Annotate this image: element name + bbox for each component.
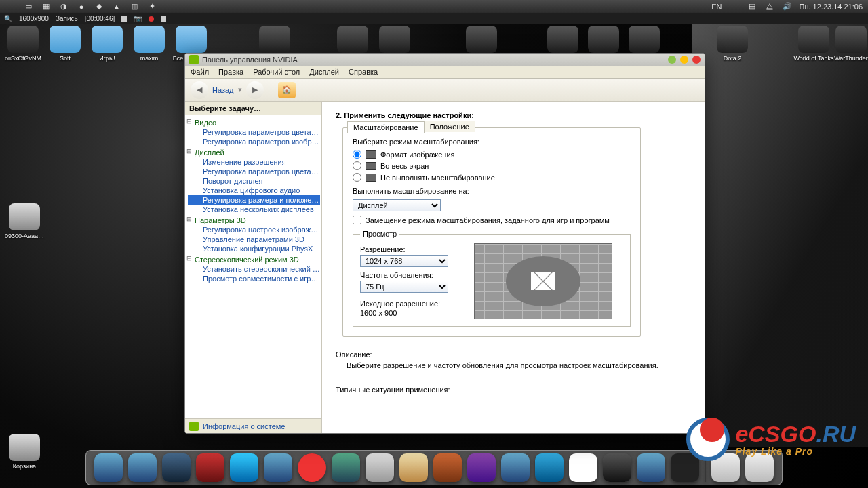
menu-item[interactable]: Правка xyxy=(218,66,243,78)
app-icon[interactable]: ● xyxy=(76,1,87,12)
dock-item[interactable] xyxy=(535,453,564,482)
toolbar: ◀ Назад ▾ ▶ 🏠 xyxy=(185,79,705,102)
close-button[interactable] xyxy=(692,56,701,64)
dock-item[interactable] xyxy=(603,453,631,482)
finder-icon[interactable]: ▭ xyxy=(23,1,34,12)
tree-item[interactable]: Регулировка параметров цвета рабоче… xyxy=(188,167,320,176)
dock-item[interactable] xyxy=(467,453,496,482)
tree-item[interactable]: Установить стереоскопический режим 3… xyxy=(188,264,320,274)
scaling-radio[interactable] xyxy=(353,173,361,182)
settings-panel: 2. Применить следующие настройки: Масшта… xyxy=(322,102,705,433)
desktop-icon[interactable]: maxim xyxy=(129,26,170,62)
tree-item[interactable]: Поворот дисплея xyxy=(188,176,320,186)
refresh-select[interactable]: 75 Гц xyxy=(360,281,448,293)
menu-item[interactable]: Файл xyxy=(191,66,209,78)
plus-icon[interactable]: + xyxy=(729,1,740,12)
window-title: Панель управления NVIDIA xyxy=(202,56,298,64)
dock-item[interactable] xyxy=(569,453,597,482)
desktop-icon[interactable]: Корзина xyxy=(4,434,45,470)
flag-icon[interactable]: ▤ xyxy=(747,1,757,12)
scaling-option-label: Во весь экран xyxy=(380,162,429,170)
back-label: Назад xyxy=(212,86,234,94)
scaling-radio[interactable] xyxy=(353,150,361,159)
lang-indicator[interactable]: EN xyxy=(711,3,722,11)
dock-item[interactable] xyxy=(264,453,292,482)
desktop-icon[interactable]: oiiSxCfGvNM xyxy=(3,26,43,62)
tree-item[interactable]: Регулировка размера и положения рабо… xyxy=(188,195,320,205)
tab[interactable]: Положение xyxy=(424,121,475,132)
camera-icon[interactable]: 📷 xyxy=(134,15,142,22)
tree-item[interactable]: Изменение разрешения xyxy=(188,157,320,167)
dock-item[interactable] xyxy=(94,453,123,482)
tree-item[interactable]: Установка цифрового аудио xyxy=(188,186,320,195)
app-icon[interactable]: ▥ xyxy=(129,1,140,12)
app-icon[interactable]: ▦ xyxy=(41,1,52,12)
dock-item[interactable] xyxy=(501,453,530,482)
minimize-button[interactable] xyxy=(668,56,676,64)
dock-item[interactable] xyxy=(433,453,462,482)
dock-item[interactable] xyxy=(637,453,665,482)
menu-item[interactable]: Рабочий стол xyxy=(253,66,300,78)
desktop-icon[interactable]: 09300-Aaaa… xyxy=(4,203,45,239)
clock[interactable]: Пн. 12.23.14 21:06 xyxy=(800,3,863,11)
tree-item[interactable]: Установка нескольких дисплеев xyxy=(188,205,320,214)
dock-item[interactable] xyxy=(230,453,258,482)
rec-time: [00:00:46] xyxy=(85,15,115,22)
volume-icon[interactable]: 🔊 xyxy=(782,1,793,12)
preview-pattern xyxy=(474,243,612,319)
desktop-icon[interactable]: WarThunder xyxy=(831,26,868,62)
native-value: 1600 x 900 xyxy=(360,309,462,317)
home-button[interactable]: 🏠 xyxy=(278,82,296,98)
app-icon[interactable]: ◆ xyxy=(94,1,104,12)
scaling-option-label: Не выполнять масштабирование xyxy=(380,174,495,182)
dock-item[interactable] xyxy=(162,453,191,482)
dock-item[interactable] xyxy=(196,453,224,482)
desktop-icon[interactable]: Soft xyxy=(45,26,85,62)
tree-group[interactable]: Дисплей xyxy=(188,148,320,157)
desktop-icon[interactable]: World of Tanks xyxy=(793,26,834,62)
monitor-icon xyxy=(366,150,376,159)
desktop-icon[interactable]: Dota 2 xyxy=(712,26,753,62)
tab[interactable]: Масштабирование xyxy=(347,121,425,133)
dock-item[interactable] xyxy=(128,453,157,482)
scaling-option-label: Формат изображения xyxy=(380,150,455,159)
monitor-icon xyxy=(366,162,376,170)
wifi-icon[interactable]: ⧋ xyxy=(764,1,775,12)
override-checkbox[interactable] xyxy=(353,216,361,224)
system-info-link[interactable]: Информация о системе xyxy=(185,418,321,433)
tree-group[interactable]: Видео xyxy=(188,118,320,127)
tree-group[interactable]: Параметры 3D xyxy=(188,216,320,225)
tree-item[interactable]: Управление параметрами 3D xyxy=(188,235,320,244)
dock xyxy=(85,450,783,485)
app-menu: ФайлПравкаРабочий столДисплейСправка xyxy=(185,66,705,79)
back-button[interactable]: ◀ xyxy=(191,81,208,99)
app-icon[interactable]: ▲ xyxy=(111,1,122,12)
desktop-icon[interactable]: Игры! xyxy=(87,26,127,62)
dock-item[interactable] xyxy=(399,453,428,482)
dock-item[interactable] xyxy=(298,453,326,482)
tree-item[interactable]: Регулировка параметров цвета для вид… xyxy=(188,127,320,137)
forward-button[interactable]: ▶ xyxy=(246,81,264,99)
resolution-select[interactable]: 1024 x 768 xyxy=(360,255,448,267)
scaling-radio[interactable] xyxy=(353,161,361,170)
magnify-icon[interactable]: 🔍 xyxy=(4,15,12,22)
app-icon[interactable]: ✦ xyxy=(146,1,157,12)
tree-item[interactable]: Регулировка параметров изображения д… xyxy=(188,137,320,146)
app-icon[interactable]: ◑ xyxy=(58,1,69,12)
tree-group[interactable]: Стереоскопический режим 3D xyxy=(188,255,320,264)
stop-icon[interactable] xyxy=(161,16,166,22)
apple-icon[interactable] xyxy=(5,1,16,12)
tree-item[interactable]: Установка конфигурации PhysX xyxy=(188,244,320,253)
menu-item[interactable]: Справка xyxy=(349,66,378,78)
tree-item[interactable]: Регулировка настроек изображения с пр… xyxy=(188,225,320,235)
menu-item[interactable]: Дисплей xyxy=(309,66,339,78)
monitor-icon xyxy=(366,174,376,182)
scale-on-select[interactable]: Дисплей xyxy=(353,199,441,211)
titlebar[interactable]: Панель управления NVIDIA xyxy=(185,54,705,66)
zoom-button[interactable] xyxy=(680,56,688,64)
pause-icon[interactable] xyxy=(121,16,127,22)
dock-item[interactable] xyxy=(366,453,394,482)
dock-item[interactable] xyxy=(332,453,360,482)
tree-item[interactable]: Просмотр совместимости с играми xyxy=(188,274,320,283)
record-icon[interactable] xyxy=(149,16,154,22)
